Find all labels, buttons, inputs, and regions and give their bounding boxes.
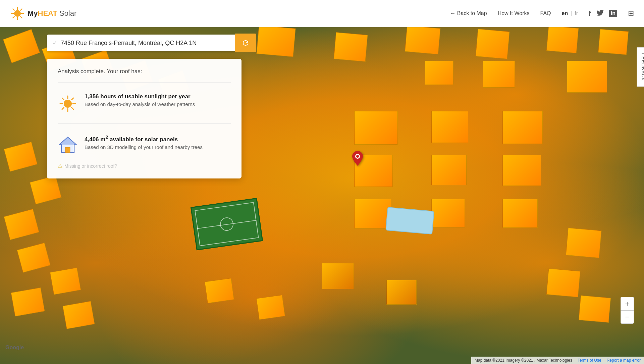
map-attribution: Map data ©2021 Imagery ©2021 , Maxar Tec… [471, 357, 644, 364]
area-stat-sub: Based on 3D modelling of your roof and n… [85, 144, 203, 150]
refresh-button[interactable] [235, 34, 256, 52]
lang-en[interactable]: en [562, 10, 568, 16]
report-map-error-link[interactable]: Report a map error [607, 358, 641, 363]
grid-apps-icon[interactable]: ⊞ [628, 9, 634, 18]
warning-icon: ⚠ [58, 163, 62, 169]
address-bar: ✓ 7450 Rue François-Perrault, Montréal, … [47, 34, 256, 52]
back-to-map-link[interactable]: ← Back to Map [450, 10, 487, 16]
sunlight-icon [59, 95, 77, 113]
sunlight-stat-row: 1,356 hours of usable sunlight per year … [58, 88, 231, 118]
logo-sun-icon [10, 6, 25, 21]
how-it-works-link[interactable]: How It Works [498, 10, 530, 16]
svg-line-17 [72, 108, 74, 110]
svg-line-5 [13, 9, 14, 10]
linkedin-icon[interactable]: in [609, 10, 617, 17]
check-icon: ✓ [52, 39, 57, 47]
twitter-icon[interactable] [596, 10, 604, 17]
analysis-title: Analysis complete. Your roof has: [58, 68, 231, 75]
faq-link[interactable]: FAQ [540, 10, 551, 16]
analysis-card: Analysis complete. Your roof has: [47, 59, 241, 178]
logo-area[interactable]: MyHEAT Solar [10, 6, 76, 21]
zoom-controls: + − [621, 297, 634, 324]
svg-line-18 [72, 98, 74, 100]
sunlight-stat-content: 1,356 hours of usable sunlight per year … [85, 93, 195, 107]
zoom-in-button[interactable]: + [621, 297, 634, 310]
header: MyHEAT Solar ← Back to Map How It Works … [0, 0, 644, 27]
logo-text: MyHEAT Solar [28, 9, 76, 18]
svg-line-6 [20, 16, 22, 18]
sunlight-icon-wrap [58, 93, 78, 113]
area-stat-row: 4,406 m2 available for solar panels Base… [58, 129, 231, 159]
svg-point-11 [64, 100, 72, 108]
header-nav: ← Back to Map How It Works FAQ en | fr f… [450, 9, 634, 18]
address-text: 7450 Rue François-Perrault, Montréal, QC… [61, 40, 197, 47]
house-icon [59, 136, 77, 154]
svg-marker-23 [59, 137, 76, 145]
svg-rect-22 [65, 147, 70, 153]
missing-roof-link[interactable]: ⚠ Missing or incorrect roof? [58, 163, 231, 169]
svg-line-16 [62, 98, 64, 100]
divider-1 [58, 82, 231, 83]
svg-line-7 [20, 9, 22, 10]
svg-line-19 [62, 108, 64, 110]
social-icons: f in [589, 10, 617, 17]
map-data-text: Map data ©2021 Imagery ©2021 , Maxar Tec… [475, 358, 572, 363]
address-input-wrap[interactable]: ✓ 7450 Rue François-Perrault, Montréal, … [47, 35, 235, 51]
feedback-tab[interactable]: FEEDBACK [637, 47, 644, 87]
sunlight-stat-main: 1,356 hours of usable sunlight per year [85, 93, 195, 100]
map-pin [352, 151, 363, 169]
facebook-icon[interactable]: f [589, 10, 591, 17]
sunlight-stat-sub: Based on day-to-day analysis of weather … [85, 101, 195, 107]
svg-point-10 [356, 155, 359, 158]
lang-fr[interactable]: fr [575, 10, 578, 16]
svg-point-0 [14, 10, 21, 17]
language-selector: en | fr [562, 10, 578, 16]
terms-of-use-link[interactable]: Terms of Use [578, 358, 601, 363]
google-watermark: Google [5, 345, 24, 351]
area-stat-main: 4,406 m2 available for solar panels [85, 135, 203, 143]
svg-line-8 [13, 16, 14, 18]
area-stat-content: 4,406 m2 available for solar panels Base… [85, 135, 203, 150]
zoom-out-button[interactable]: − [621, 310, 634, 324]
divider-2 [58, 123, 231, 124]
area-icon-wrap [58, 135, 78, 154]
